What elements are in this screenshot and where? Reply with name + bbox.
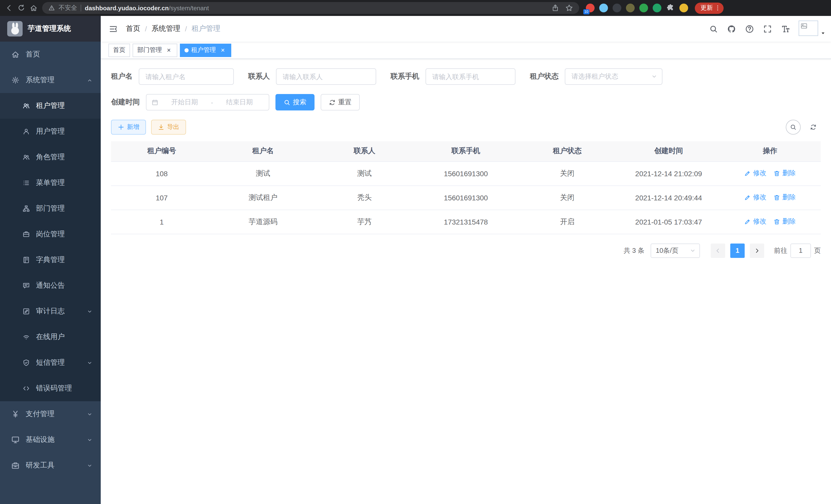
- table-cell: 2021-01-05 17:03:47: [618, 210, 719, 234]
- online-icon: [23, 333, 30, 340]
- extension-icon[interactable]: [639, 4, 648, 12]
- extension-icon[interactable]: 10: [586, 4, 595, 12]
- app-logo[interactable]: 芋道管理系统: [0, 16, 101, 41]
- export-button[interactable]: 导出: [151, 120, 186, 135]
- next-page-button[interactable]: [750, 243, 764, 258]
- edit-button[interactable]: 修改: [744, 217, 767, 226]
- browser-reload-icon[interactable]: [18, 4, 25, 12]
- app-title: 芋道管理系统: [28, 24, 71, 33]
- sidebar-item-system[interactable]: 系统管理: [0, 67, 101, 93]
- delete-button[interactable]: 删除: [774, 217, 796, 226]
- tab-dept[interactable]: 部门管理×: [133, 43, 177, 57]
- sidebar-item-dept[interactable]: 部门管理: [0, 196, 101, 221]
- browser-menu-icon[interactable]: [714, 5, 721, 11]
- tenant-name-input[interactable]: [139, 68, 234, 85]
- sidebar: 芋道管理系统 首页系统管理租户管理用户管理角色管理菜单管理部门管理岗位管理字典管…: [0, 16, 101, 504]
- sidebar-item-online[interactable]: 在线用户: [0, 324, 101, 350]
- edit-icon: [744, 170, 751, 177]
- sidebar-item-label: 在线用户: [36, 332, 65, 342]
- sidebar-item-tenant[interactable]: 租户管理: [0, 93, 101, 119]
- breadcrumb-current: 租户管理: [192, 24, 221, 33]
- sidebar-item-home[interactable]: 首页: [0, 41, 101, 67]
- browser-update-button[interactable]: 更新: [695, 2, 724, 13]
- browser-home-icon[interactable]: [30, 4, 37, 12]
- github-icon[interactable]: [722, 24, 741, 33]
- sidebar-item-pay[interactable]: 支付管理: [0, 401, 101, 427]
- extension-icon[interactable]: [653, 4, 661, 12]
- workspace: 芋道管理系统 首页系统管理租户管理用户管理角色管理菜单管理部门管理岗位管理字典管…: [0, 16, 831, 504]
- contact-input[interactable]: [276, 68, 376, 85]
- contact-label: 联系人: [248, 72, 270, 81]
- tab-tenant[interactable]: 租户管理×: [180, 43, 231, 57]
- broken-image-icon: [801, 23, 807, 29]
- sidebar-item-role[interactable]: 角色管理: [0, 144, 101, 170]
- sidebar-item-post[interactable]: 岗位管理: [0, 221, 101, 247]
- breadcrumb-system[interactable]: 系统管理: [152, 24, 180, 33]
- prev-page-button[interactable]: [711, 243, 725, 258]
- page-size-select[interactable]: 10条/页: [651, 243, 700, 258]
- edit-button[interactable]: 修改: [744, 193, 767, 202]
- table-cell: 2021-12-14 20:49:44: [618, 185, 719, 210]
- toggle-search-button[interactable]: [786, 120, 801, 135]
- create-time-range-picker[interactable]: 开始日期 - 结束日期: [146, 94, 269, 111]
- top-navbar: 首页 / 系统管理 / 租户管理: [101, 16, 831, 41]
- mobile-input[interactable]: [426, 68, 515, 85]
- extension-badge: 10: [583, 9, 590, 14]
- font-size-icon[interactable]: [776, 24, 795, 33]
- delete-button[interactable]: 删除: [774, 169, 796, 178]
- tab-label: 部门管理: [137, 46, 162, 55]
- collapse-sidebar-button[interactable]: [101, 24, 126, 33]
- goto-label: 前往: [774, 246, 787, 255]
- browser-back-icon[interactable]: [5, 4, 13, 12]
- trash-icon: [774, 170, 780, 177]
- close-icon[interactable]: ×: [165, 46, 173, 54]
- sidebar-item-audit[interactable]: 审计日志: [0, 298, 101, 324]
- sidebar-item-dict[interactable]: 字典管理: [0, 247, 101, 273]
- column-header: 联系手机: [415, 141, 517, 161]
- sidebar-item-errcode[interactable]: 错误码管理: [0, 376, 101, 401]
- add-button[interactable]: 新增: [111, 120, 146, 135]
- help-icon[interactable]: [741, 24, 758, 33]
- mobile-label: 联系手机: [391, 72, 419, 81]
- table-cell: 芋道源码: [212, 210, 314, 234]
- refresh-icon: [810, 124, 816, 130]
- table-cell: 1: [111, 210, 212, 234]
- tenant-status-select[interactable]: 请选择租户状态: [565, 68, 662, 85]
- extension-icon[interactable]: [612, 4, 621, 12]
- share-icon[interactable]: [551, 4, 559, 12]
- edit-button[interactable]: 修改: [744, 169, 767, 178]
- refresh-icon: [329, 99, 336, 106]
- reset-button[interactable]: 重置: [321, 94, 360, 111]
- fullscreen-icon[interactable]: [758, 24, 776, 33]
- profile-avatar[interactable]: [679, 4, 688, 12]
- goto-page-input[interactable]: [791, 243, 811, 258]
- sidebar-item-user[interactable]: 用户管理: [0, 119, 101, 144]
- breadcrumb-home[interactable]: 首页: [126, 24, 140, 33]
- sidebar-item-sms[interactable]: 短信管理: [0, 350, 101, 376]
- address-bar[interactable]: 不安全 dashboard.yudao.iocoder.cn/system/te…: [42, 2, 579, 14]
- briefcase-icon: [23, 231, 30, 238]
- users-icon: [23, 154, 30, 161]
- bookmark-star-icon[interactable]: [565, 4, 573, 12]
- close-icon[interactable]: ×: [219, 46, 227, 54]
- user-avatar-menu[interactable]: [799, 21, 826, 37]
- search-button[interactable]: 搜索: [276, 94, 315, 111]
- end-date-placeholder: 结束日期: [215, 98, 264, 107]
- pagination: 共 3 条 10条/页 1 前往 页: [111, 243, 821, 258]
- home-icon: [11, 50, 20, 59]
- header-search-icon[interactable]: [705, 24, 722, 33]
- column-header: 创建时间: [618, 141, 719, 161]
- page-1-button[interactable]: 1: [730, 243, 745, 258]
- extensions-menu-icon[interactable]: [666, 4, 675, 12]
- calendar-icon: [152, 99, 158, 106]
- extension-icon[interactable]: [626, 4, 635, 12]
- sidebar-item-devtool[interactable]: 研发工具: [0, 453, 101, 478]
- sidebar-item-menu[interactable]: 菜单管理: [0, 170, 101, 196]
- sidebar-item-infra[interactable]: 基础设施: [0, 427, 101, 453]
- sidebar-item-notice[interactable]: 通知公告: [0, 273, 101, 298]
- delete-button[interactable]: 删除: [774, 193, 796, 202]
- extension-icon[interactable]: [599, 4, 608, 12]
- tab-home[interactable]: 首页: [109, 43, 130, 57]
- refresh-table-button[interactable]: [806, 120, 821, 135]
- table-cell: 芋艿: [314, 210, 415, 234]
